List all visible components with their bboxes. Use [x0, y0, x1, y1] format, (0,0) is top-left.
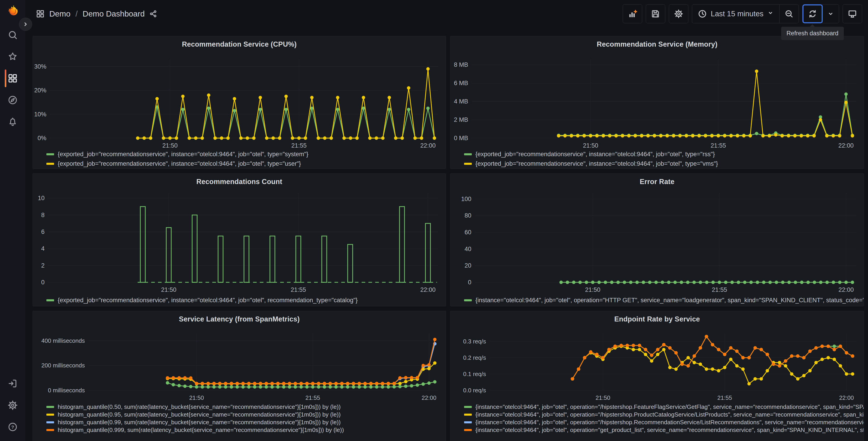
svg-text:6: 6	[41, 229, 44, 235]
refresh-interval-caret-button[interactable]	[822, 4, 839, 23]
legend-service-latency: histogram_quantile(0.50, sum(rate(latenc…	[33, 402, 446, 434]
chevron-down-icon	[767, 9, 774, 16]
time-range-picker[interactable]: Last 15 minutes	[692, 4, 779, 23]
legend-label: histogram_quantile(0.99, sum(rate(latenc…	[58, 419, 341, 426]
sidebar-item-dashboards[interactable]	[2, 67, 24, 89]
svg-text:?: ?	[11, 424, 14, 430]
legend-swatch	[464, 429, 472, 431]
legend-item[interactable]: {exported_job="recommendationservice", i…	[464, 159, 864, 169]
svg-text:0.1 req/s: 0.1 req/s	[463, 371, 486, 377]
legend-item[interactable]: histogram_quantile(0.999, sum(rate(laten…	[46, 426, 446, 434]
svg-text:20: 20	[465, 262, 471, 269]
svg-text:4 MB: 4 MB	[454, 98, 468, 105]
time-range-group: Last 15 minutes	[692, 4, 799, 23]
gear-icon	[674, 9, 683, 19]
dashboard-grid: Recommendation Service (CPU%)0%10%20%30%…	[0, 0, 868, 441]
kiosk-mode-button[interactable]	[843, 4, 862, 23]
legend-label: {instance="otelcol:9464", job="otel", op…	[475, 411, 864, 418]
legend-swatch	[464, 406, 472, 408]
chart-recommendations-count[interactable]: 024681021:5021:5522:00	[35, 190, 444, 294]
legend-item[interactable]: histogram_quantile(0.50, sum(rate(latenc…	[46, 403, 446, 411]
sidebar-item-starred[interactable]	[2, 46, 24, 67]
legend-swatch	[464, 421, 472, 423]
legend-label: {instance="otelcol:9464", job="otel", op…	[475, 297, 864, 304]
add-panel-button[interactable]	[623, 4, 642, 23]
svg-text:10%: 10%	[35, 111, 46, 118]
legend-item[interactable]: histogram_quantile(0.99, sum(rate(latenc…	[46, 418, 446, 426]
svg-text:2 MB: 2 MB	[454, 116, 468, 123]
legend-item[interactable]: {instance="otelcol:9464", job="otel", op…	[464, 418, 864, 426]
grafana-logo[interactable]	[6, 4, 19, 18]
share-icon[interactable]	[149, 10, 157, 18]
legend-item[interactable]: {instance="otelcol:9464", job="otel", op…	[464, 295, 864, 305]
svg-text:0.2 req/s: 0.2 req/s	[463, 354, 486, 361]
svg-text:22:00: 22:00	[421, 142, 436, 148]
legend-item[interactable]: {instance="otelcol:9464", job="otel", op…	[464, 403, 864, 411]
legend-label: {exported_job="recommendationservice", i…	[58, 297, 358, 304]
chart-service-latency[interactable]: 0 milliseconds200 milliseconds400 millis…	[35, 327, 444, 402]
sidebar-item-sign-in[interactable]	[2, 373, 24, 394]
apps-icon	[36, 9, 45, 18]
legend-item[interactable]: {exported_job="recommendationservice", i…	[464, 149, 864, 159]
apps-icon	[7, 73, 18, 84]
panel-title-cpu[interactable]: Recommendation Service (CPU%)	[33, 36, 446, 53]
svg-text:400 milliseconds: 400 milliseconds	[41, 337, 85, 344]
breadcrumb-folder[interactable]: Demo	[49, 9, 70, 18]
chart-cpu[interactable]: 0%10%20%30%21:5021:5522:00	[35, 53, 444, 148]
legend-item[interactable]: histogram_quantile(0.95, sum(rate(latenc…	[46, 411, 446, 418]
panel-title-recommendations-count[interactable]: Recommendations Count	[33, 174, 446, 190]
svg-text:21:50: 21:50	[583, 142, 598, 148]
panel-title-endpoint-rate[interactable]: Endpoint Rate by Service	[451, 311, 864, 327]
svg-text:22:00: 22:00	[838, 286, 854, 293]
time-range-label: Last 15 minutes	[711, 9, 764, 18]
panel-endpoint-rate: Endpoint Rate by Service0.0 req/s0.1 req…	[450, 311, 864, 441]
legend-label: histogram_quantile(0.50, sum(rate(latenc…	[58, 404, 341, 410]
sign-in-icon	[7, 378, 18, 389]
legend-item[interactable]: {instance="otelcol:9464", job="otel", op…	[464, 411, 864, 418]
svg-text:2: 2	[41, 262, 44, 269]
star-icon	[7, 51, 18, 62]
legend-item[interactable]: {exported_job="recommendationservice", i…	[46, 295, 446, 305]
chart-memory[interactable]: 0 MB2 MB4 MB6 MB8 MB21:5021:5522:00	[452, 53, 862, 148]
sidebar-bottom: ?	[2, 373, 24, 438]
legend-item[interactable]: {exported_job="recommendationservice", i…	[46, 149, 446, 159]
chart-endpoint-rate[interactable]: 0.0 req/s0.1 req/s0.2 req/s0.3 req/s21:5…	[452, 327, 862, 402]
legend-swatch	[46, 163, 54, 165]
zoom-out-time-button[interactable]	[779, 4, 799, 23]
svg-text:4: 4	[41, 245, 44, 252]
svg-text:10: 10	[38, 195, 44, 202]
sidebar-item-explore[interactable]	[2, 89, 24, 111]
refresh-tooltip: Refresh dashboard	[781, 27, 844, 40]
legend-label: histogram_quantile(0.999, sum(rate(laten…	[58, 427, 344, 434]
svg-text:0: 0	[41, 279, 44, 286]
legend-item[interactable]: {instance="otelcol:9464", job="otel", op…	[464, 426, 864, 434]
svg-text:21:50: 21:50	[162, 142, 178, 148]
panel-title-service-latency[interactable]: Service Latency (from SpanMetrics)	[33, 311, 446, 327]
legend-swatch	[46, 153, 54, 155]
svg-text:21:50: 21:50	[585, 286, 600, 293]
svg-text:22:00: 22:00	[838, 142, 854, 148]
save-dashboard-button[interactable]	[646, 4, 665, 23]
sidebar-item-alerting[interactable]	[2, 111, 24, 133]
panel-title-error-rate[interactable]: Error Rate	[451, 174, 864, 190]
svg-text:22:00: 22:00	[422, 394, 436, 401]
grafana-app: ? Demo / Demo Dashboard	[0, 0, 868, 441]
refresh-button[interactable]: Refresh dashboard	[802, 4, 823, 23]
sidebar-item-help[interactable]: ?	[2, 416, 24, 438]
sidebar-item-settings[interactable]	[2, 394, 24, 416]
sidebar: ?	[0, 0, 25, 441]
legend-swatch	[46, 429, 54, 431]
legend-swatch	[464, 414, 472, 416]
svg-text:0: 0	[468, 279, 471, 286]
save-icon	[651, 9, 660, 19]
svg-text:200 milliseconds: 200 milliseconds	[41, 362, 85, 369]
legend-item[interactable]: {exported_job="recommendationservice", i…	[46, 159, 446, 169]
legend-endpoint-rate: {instance="otelcol:9464", job="otel", op…	[451, 402, 864, 434]
chart-error-rate[interactable]: 02040608010021:5021:5522:00	[452, 190, 862, 294]
add-panel-icon	[628, 9, 637, 19]
breadcrumb-dashboard[interactable]: Demo Dashboard	[83, 9, 145, 18]
svg-text:20%: 20%	[35, 87, 46, 94]
sidebar-expand-button[interactable]	[19, 18, 32, 31]
svg-text:21:55: 21:55	[717, 394, 732, 401]
dashboard-settings-button[interactable]	[669, 4, 688, 23]
